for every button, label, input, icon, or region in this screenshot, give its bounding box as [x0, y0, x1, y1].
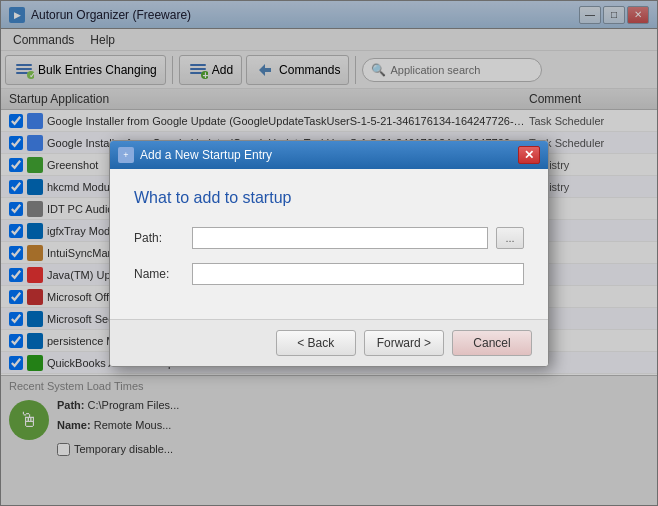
modal-overlay: + Add a New Startup Entry ✕ What to add …: [0, 0, 658, 506]
modal-title-bar: + Add a New Startup Entry ✕: [110, 141, 548, 169]
modal-heading: What to add to startup: [134, 189, 524, 207]
add-startup-modal: + Add a New Startup Entry ✕ What to add …: [109, 140, 549, 367]
cancel-button[interactable]: Cancel: [452, 330, 532, 356]
modal-name-label: Name:: [134, 267, 184, 281]
modal-footer: < Back Forward > Cancel: [110, 319, 548, 366]
modal-body: What to add to startup Path: ... Name:: [110, 169, 548, 319]
modal-path-label: Path:: [134, 231, 184, 245]
browse-button[interactable]: ...: [496, 227, 524, 249]
modal-icon: +: [118, 147, 134, 163]
forward-button[interactable]: Forward >: [364, 330, 444, 356]
modal-title-left: + Add a New Startup Entry: [118, 147, 272, 163]
modal-close-button[interactable]: ✕: [518, 146, 540, 164]
modal-title: Add a New Startup Entry: [140, 148, 272, 162]
back-button[interactable]: < Back: [276, 330, 356, 356]
name-input[interactable]: [192, 263, 524, 285]
name-field-row: Name:: [134, 263, 524, 285]
path-input[interactable]: [192, 227, 488, 249]
path-field-row: Path: ...: [134, 227, 524, 249]
